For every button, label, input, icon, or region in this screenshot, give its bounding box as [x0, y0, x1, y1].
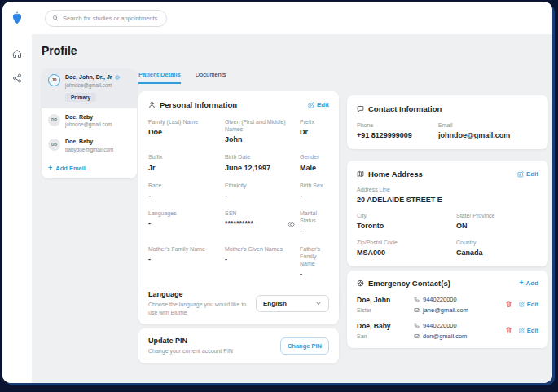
patient-email: johndoe@gmail.com [65, 82, 120, 88]
eye-icon[interactable] [288, 221, 295, 228]
field-phone: Phone+91 8129999009 [357, 121, 433, 140]
field-state-province: State/ ProvinceON [456, 212, 538, 231]
patient-name: Doe, John, Dr., Jr [65, 74, 112, 80]
patient-email: babydoe@gmail.com [65, 147, 113, 152]
emergency-contact-row: Doe, John Sister 9440220000 [357, 296, 538, 314]
update-pin-card: Update PIN Change your current account P… [138, 328, 339, 363]
contact-name: Doe, Baby [357, 322, 409, 330]
card-title: Personal Information [160, 100, 237, 109]
field-country: CountryCanada [456, 239, 538, 258]
field-given-names: Given (First and Middle) NamesJohn [225, 118, 295, 144]
sidebar-item-home[interactable] [12, 47, 22, 62]
language-card: Language Choose the language you would l… [138, 283, 339, 324]
contact-email: don@gmail.com [423, 333, 467, 340]
delete-contact-icon[interactable] [505, 326, 512, 334]
field-email: Emailjohndoe@gmail.com [438, 121, 538, 140]
field-prefix: PrefixDr [300, 118, 329, 144]
lifebuoy-icon [357, 280, 364, 287]
envelope-icon [414, 307, 420, 313]
contact-phone: 9440220000 [423, 296, 457, 303]
field-mothers-family-name: Mother's Family Name- [148, 245, 220, 280]
card-title: Home Address [368, 170, 423, 178]
app-window: Profile JD Doe, John, Dr., Jr [2, 2, 552, 383]
sidebar-item-share[interactable] [12, 72, 22, 86]
contact-email: jane@gmail.com [423, 306, 468, 314]
language-description: Choose the language you would like to us… [148, 301, 256, 317]
page-title: Profile [42, 44, 77, 57]
pencil-icon [308, 102, 314, 108]
field-languages: Languages- [148, 209, 220, 236]
field-address-line: Address Line20 ADELAIDE STREET E [357, 186, 538, 205]
pencil-icon [517, 171, 524, 178]
contact-information-card: Contact Information Phone+91 8129999009 … [347, 95, 548, 149]
field-gender: GenderMale [300, 153, 329, 172]
avatar: JD [48, 74, 60, 86]
search-icon [52, 15, 59, 21]
info-icon[interactable] [115, 75, 120, 80]
search-input[interactable] [63, 15, 160, 22]
field-suffix: SuffixJr [148, 153, 220, 172]
field-city: CityToronto [357, 212, 451, 231]
field-race: Race- [148, 182, 220, 200]
field-zip-postal-code: Zip/Postal CodeMSA000 [357, 239, 451, 258]
chevron-down-icon [315, 300, 322, 306]
phone-icon [414, 323, 420, 328]
person-icon [148, 101, 156, 108]
avatar: DR [48, 114, 60, 126]
card-title: Emergency Contact(s) [368, 279, 450, 288]
add-email-button[interactable]: + Add Email [42, 158, 137, 178]
language-selected-value: English [263, 300, 287, 307]
emergency-contact-row: Doe, Baby San 9440220000 [357, 322, 538, 340]
edit-contact-button[interactable]: Edit [519, 301, 538, 308]
envelope-icon [414, 333, 420, 339]
tab-bar: Patient Details Documents [138, 71, 226, 84]
patient-list-item[interactable]: DR Doe, Raby johndoe@gmail.com [42, 108, 137, 134]
language-select[interactable]: English [256, 295, 329, 312]
tab-patient-details[interactable]: Patient Details [138, 71, 181, 84]
field-marital-status: Marital Status- [300, 209, 329, 236]
top-bar [32, 2, 552, 34]
delete-contact-icon[interactable] [505, 300, 512, 308]
phone-icon [414, 297, 420, 302]
edit-personal-info-button[interactable]: Edit [308, 101, 329, 108]
pencil-icon [519, 328, 525, 333]
emergency-contacts-card: Emergency Contact(s) + Add Doe, John Sis… [347, 271, 548, 348]
search-box[interactable] [45, 10, 167, 27]
field-birth-sex: Birth Sex- [300, 182, 329, 200]
patient-list-item-primary[interactable]: JD Doe, John, Dr., Jr johndoe@gmail.com [42, 68, 137, 108]
add-emergency-contact-button[interactable]: + Add [519, 280, 538, 287]
blume-logo-icon [11, 11, 23, 24]
patient-list: JD Doe, John, Dr., Jr johndoe@gmail.com [42, 68, 137, 178]
home-address-card: Home Address Edit Address Line20 ADELAID… [347, 161, 548, 266]
field-birth-date: Birth DateJune 12,1997 [225, 153, 295, 172]
contact-phone: 9440220000 [423, 322, 457, 329]
card-title: Language [148, 290, 256, 298]
contact-name: Doe, John [357, 296, 409, 304]
share-icon [12, 73, 22, 83]
contact-relation: Sister [357, 307, 409, 313]
card-title: Contact Information [368, 104, 442, 113]
patient-list-item[interactable]: DB Doe, Baby babydoe@gmail.com [42, 133, 137, 158]
field-ethnicity: Ethnicity- [225, 182, 295, 200]
primary-badge: Primary [65, 93, 96, 102]
edit-home-address-button[interactable]: Edit [517, 170, 538, 178]
patient-name: Doe, Baby [65, 139, 93, 144]
edit-contact-button[interactable]: Edit [519, 327, 538, 334]
patient-name: Doe, Raby [65, 114, 93, 120]
map-icon [357, 170, 364, 178]
chat-bubble-icon [357, 105, 364, 112]
card-title: Update PIN [148, 337, 256, 345]
patient-email: johndoe@gmail.com [65, 121, 112, 127]
pencil-icon [519, 302, 525, 307]
avatar: DB [48, 139, 60, 151]
sidebar-rail [2, 2, 32, 383]
field-fathers-family-name: Father's Family Name- [300, 245, 329, 280]
change-pin-button[interactable]: Change PIN [280, 337, 329, 355]
field-ssn: SSN ********** [225, 209, 295, 236]
tab-documents[interactable]: Documents [196, 71, 226, 84]
field-family-name: Family (Last) NameDoe [148, 118, 220, 144]
pin-description: Change your current account PIN [148, 347, 256, 355]
plus-icon: + [519, 280, 523, 287]
plus-icon: + [48, 165, 52, 172]
content-area: Profile JD Doe, John, Dr., Jr [32, 34, 552, 383]
